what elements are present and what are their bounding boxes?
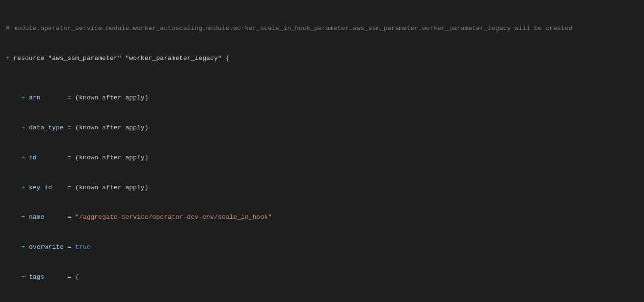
attr-key-id: + key_id = (known after apply) [6, 183, 638, 193]
resource-open-line: + resource "aws_ssm_parameter" "worker_p… [6, 54, 638, 64]
attr-id: + id = (known after apply) [6, 153, 638, 163]
attr-name: + name = "/aggregate-service/operator-de… [6, 213, 638, 223]
attr-tags-open: + tags = { [6, 273, 638, 283]
attr-overwrite: + overwrite = true [6, 243, 638, 253]
comment-line: # module.operator_service.module.worker_… [6, 24, 638, 34]
attr-arn: + arn = (known after apply) [6, 93, 638, 103]
terminal-output: # module.operator_service.module.worker_… [0, 0, 644, 302]
attr-data-type: + data_type = (known after apply) [6, 123, 638, 133]
